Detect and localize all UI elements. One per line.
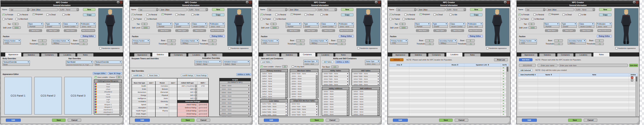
locations-scrollbar[interactable] bbox=[506, 66, 508, 116]
class-dropdown[interactable]: Class▼- Modern Combat bbox=[321, 22, 336, 28]
slot-row-attachment2[interactable]: Attachment 2 bbox=[94, 111, 122, 113]
color-wheel-icon[interactable] bbox=[95, 106, 97, 108]
note-date-field[interactable]: 2021/00/00 bbox=[519, 64, 536, 67]
location-row[interactable]: ➡ bbox=[389, 110, 506, 113]
skill-slot[interactable]: Skill 4 bbox=[178, 94, 197, 96]
stat-value-cell[interactable] bbox=[169, 106, 177, 109]
skill-addition-slot[interactable]: - Select - None bbox=[352, 93, 380, 95]
note-row[interactable]: X bbox=[518, 79, 635, 82]
suffix-spinner-icon[interactable] bbox=[206, 9, 208, 11]
threshold-field[interactable]: - 5 bbox=[595, 43, 604, 45]
base-field[interactable]: 5 bbox=[208, 39, 217, 42]
tab-appearance[interactable]: Appearance bbox=[392, 53, 408, 56]
resize-grip[interactable] bbox=[120, 121, 123, 123]
script-dropdown[interactable]: - Select - None▼ bbox=[220, 84, 250, 87]
new-type-button[interactable]: New Type bbox=[434, 29, 446, 32]
slot-row-arms[interactable]: Arms bbox=[94, 93, 122, 95]
new-type-button[interactable]: New Type bbox=[304, 29, 318, 32]
ability-table-dropdown[interactable]: - Select Table - None▼ bbox=[322, 83, 349, 86]
skill-table-dropdown[interactable]: - Select Table - None▼ bbox=[352, 83, 380, 86]
stat-value-cell[interactable] bbox=[169, 109, 177, 112]
threshold-field[interactable]: - 5 bbox=[208, 43, 217, 45]
close-icon[interactable]: ✕ bbox=[636, 1, 638, 4]
location-row[interactable]: ➡ bbox=[389, 80, 506, 83]
skill-level-field[interactable]: 5000 bbox=[142, 26, 150, 29]
title-bar[interactable]: NPC Creator ✕ bbox=[130, 1, 252, 4]
animation-group2-dropdown[interactable]: Animation Group 2▼- Select - None bbox=[223, 60, 250, 65]
tab-statistics[interactable]: Statistics bbox=[152, 52, 168, 56]
stat-value-cell[interactable] bbox=[147, 97, 156, 100]
is-trainer-checkbox[interactable]: Is Trainer bbox=[390, 18, 400, 20]
ability-addition-slot[interactable]: - Select - None bbox=[322, 100, 349, 103]
location-row[interactable]: ➡ bbox=[389, 88, 506, 91]
spinner-icon[interactable] bbox=[347, 113, 348, 115]
tab-locations[interactable]: Locations bbox=[446, 52, 462, 56]
slot-row-shoulders[interactable]: Shoulderst bbox=[94, 90, 122, 93]
ability-addition-slot[interactable]: - Select - None bbox=[322, 110, 349, 113]
race-dropdown[interactable]: Race▼- Human bbox=[28, 22, 43, 28]
location-row[interactable]: ➡ bbox=[389, 107, 506, 110]
new-race-button[interactable]: New Race bbox=[158, 29, 171, 32]
name-suffix-field[interactable]: Suffix - None bbox=[446, 8, 466, 11]
threshold-field[interactable]: - 5 bbox=[38, 43, 47, 45]
goto-arrow-icon[interactable]: ➡ bbox=[500, 91, 506, 93]
goto-arrow-icon[interactable]: ➡ bbox=[500, 105, 506, 107]
notes-scrollbar[interactable] bbox=[636, 76, 638, 116]
note-row[interactable] bbox=[518, 90, 635, 93]
chance-field[interactable]: 10 bbox=[282, 65, 288, 68]
name-field[interactable]: Jane Jillian bbox=[417, 8, 445, 11]
tier-base-field[interactable]: 4.5 bbox=[331, 66, 338, 68]
tab-locations[interactable]: Locations bbox=[317, 53, 334, 56]
base-field[interactable]: 5 bbox=[425, 39, 434, 42]
skill-slot[interactable]: Skill 2 bbox=[178, 88, 197, 90]
tier-field[interactable]: 5 bbox=[400, 23, 406, 25]
new-button[interactable]: New bbox=[83, 8, 95, 11]
slot-row-head[interactable]: Head bbox=[94, 83, 122, 85]
cancel-button[interactable]: Cancel bbox=[197, 119, 210, 122]
tab-locations[interactable]: Locations bbox=[188, 53, 204, 56]
race-dropdown[interactable]: Race▼- Human bbox=[415, 22, 430, 28]
is-dead-checkbox[interactable]: Is Dead bbox=[46, 14, 56, 16]
tab-appearance[interactable]: Appearance bbox=[134, 53, 150, 56]
resize-grip[interactable] bbox=[507, 121, 510, 123]
loot-table-dropdown[interactable]: - Select Table - None▼ bbox=[260, 102, 288, 105]
skill-addition-slot[interactable]: - Select - None bbox=[352, 90, 380, 93]
goto-arrow-icon[interactable]: ➡ bbox=[500, 88, 506, 91]
save-note-button[interactable]: Save Note bbox=[629, 64, 638, 67]
merchant-slot[interactable]: - Select - None bbox=[290, 82, 318, 85]
reset-stats-button[interactable]: Reset Stats bbox=[148, 74, 159, 77]
class-dropdown[interactable]: Class▼- Modern Combat bbox=[62, 22, 78, 28]
slot-row-legs[interactable]: Legs bbox=[94, 98, 122, 101]
stat-value-cell[interactable] bbox=[147, 87, 156, 91]
is-trainer-checkbox[interactable]: Is Trainer bbox=[2, 18, 13, 20]
ability-addition-slot[interactable]: - Select - None bbox=[322, 90, 349, 93]
stat-value-cell[interactable] bbox=[147, 103, 156, 106]
is-female-checkbox[interactable]: Is Female bbox=[2, 14, 13, 16]
script-dropdown[interactable]: - Select - None▼ bbox=[220, 112, 250, 115]
title-bar[interactable]: NPC Creator ✕ bbox=[259, 1, 381, 4]
spinner-icon[interactable] bbox=[316, 80, 318, 82]
spinner-icon[interactable] bbox=[119, 114, 121, 116]
new-class-button[interactable]: New Class bbox=[451, 29, 464, 32]
goto-arrow-icon[interactable]: ➡ bbox=[500, 113, 506, 115]
location-row[interactable]: ➡ bbox=[389, 69, 506, 72]
unique-table-dropdown[interactable]: - Select Table - None▼ bbox=[290, 108, 318, 111]
respawn-checkbox[interactable]: Respawn bbox=[420, 13, 430, 15]
inventory-slot[interactable]: - Select - None bbox=[260, 90, 288, 93]
cancel-button[interactable]: Cancel bbox=[584, 119, 597, 122]
inventory-slot[interactable]: - Select - None bbox=[260, 72, 288, 75]
spinner-icon[interactable] bbox=[316, 90, 318, 93]
copy-button[interactable]: Copy bbox=[341, 13, 354, 16]
tier-field[interactable]: 5 bbox=[528, 23, 535, 25]
color-wheel-icon[interactable] bbox=[95, 86, 97, 88]
spinner-icon[interactable] bbox=[316, 83, 318, 85]
close-icon[interactable]: ✕ bbox=[378, 1, 380, 4]
note-row[interactable] bbox=[518, 109, 635, 112]
merchant-slot[interactable]: - Select - None bbox=[290, 80, 318, 82]
goto-arrow-icon[interactable]: ➡ bbox=[500, 102, 506, 104]
stat-value-cell[interactable] bbox=[169, 112, 177, 115]
spinner-icon[interactable] bbox=[316, 95, 318, 98]
suffix-spinner-icon[interactable] bbox=[335, 9, 336, 11]
new-race-button[interactable]: New Race bbox=[29, 29, 42, 32]
merchant-slot[interactable]: - Select - None bbox=[290, 75, 318, 77]
